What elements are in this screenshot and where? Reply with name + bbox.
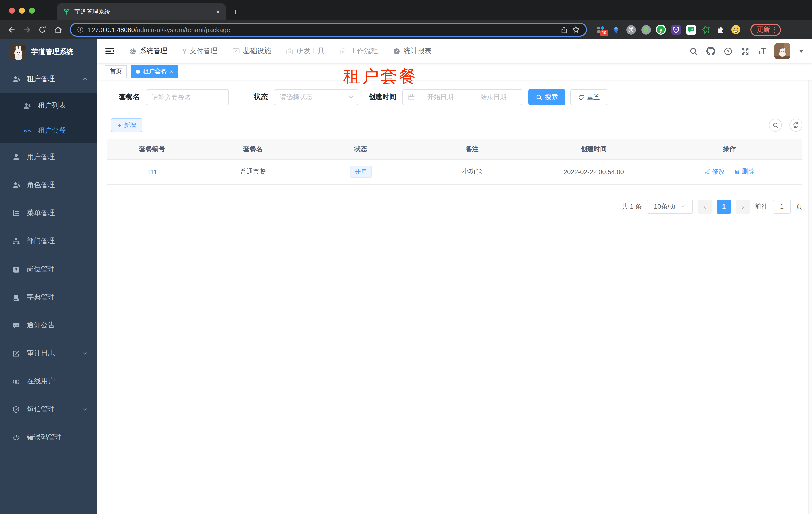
minimize-window-button[interactable] bbox=[19, 7, 25, 13]
status-badge[interactable]: 开启 bbox=[350, 166, 372, 178]
zoom-window-button[interactable] bbox=[29, 7, 35, 13]
start-date-placeholder[interactable]: 开始日期 bbox=[417, 92, 464, 102]
main-panel: 系统管理 ¥ 支付管理 基础设施 bbox=[97, 39, 812, 514]
sidebar-item-label: 租户管理 bbox=[27, 75, 55, 84]
sidebar-item-post-management[interactable]: 岗位管理 bbox=[0, 255, 97, 283]
sidebar-item-error-code-management[interactable]: 错误码管理 bbox=[0, 424, 97, 452]
app-title: 芋道管理系统 bbox=[31, 48, 74, 57]
top-nav-payment-management[interactable]: ¥ 支付管理 bbox=[182, 47, 218, 56]
sidebar-item-notice-announcement[interactable]: 通知公告 bbox=[0, 311, 97, 339]
goto-page-input[interactable] bbox=[773, 199, 791, 213]
extension-emoji-icon[interactable] bbox=[731, 25, 741, 34]
sidebar-logo[interactable]: 芋道管理系统 bbox=[0, 39, 97, 65]
share-icon[interactable] bbox=[560, 26, 568, 33]
extension-command-icon[interactable]: ⌘ bbox=[626, 25, 636, 34]
toolbox-icon bbox=[340, 47, 347, 55]
delete-link[interactable]: 删除 bbox=[734, 167, 755, 176]
sidebar-item-tenant-management[interactable]: 租户管理 bbox=[0, 65, 97, 93]
sidebar-collapse-icon[interactable] bbox=[105, 47, 115, 56]
sidebar-item-label: 用户管理 bbox=[27, 153, 55, 162]
back-button[interactable] bbox=[5, 23, 18, 36]
sidebar-item-dept-management[interactable]: 部门管理 bbox=[0, 227, 97, 255]
tag-home[interactable]: 首页 bbox=[105, 65, 127, 78]
sidebar-item-dict-management[interactable]: 字典管理 bbox=[0, 283, 97, 311]
browser-tab[interactable]: 芋道管理系统 × bbox=[57, 3, 226, 20]
sidebar-item-label: 部门管理 bbox=[27, 237, 55, 246]
extension-shield-icon[interactable] bbox=[671, 25, 681, 34]
active-dot bbox=[136, 69, 140, 73]
sidebar-item-audit-log[interactable]: 审计日志 bbox=[0, 339, 97, 367]
sidebar-item-user-management[interactable]: 用户管理 bbox=[0, 143, 97, 171]
add-button[interactable]: + 新增 bbox=[111, 118, 143, 132]
sidebar-item-tenant-package[interactable]: 租户套餐 bbox=[0, 118, 97, 143]
current-page[interactable]: 1 bbox=[717, 199, 731, 213]
prev-page-button[interactable]: ‹ bbox=[698, 199, 712, 213]
search-button[interactable]: 搜索 bbox=[528, 89, 566, 105]
fullscreen-icon[interactable] bbox=[741, 47, 750, 55]
top-nav-dev-tools[interactable]: 研发工具 bbox=[286, 47, 325, 56]
search-icon[interactable] bbox=[690, 47, 698, 55]
avatar[interactable] bbox=[775, 43, 790, 59]
edit-icon bbox=[704, 168, 710, 175]
pagination: 共 1 条 10条/页 ‹ 1 › 前往 页 bbox=[107, 199, 803, 213]
chevron-down-icon[interactable] bbox=[799, 50, 804, 53]
top-nav-infrastructure[interactable]: 基础设施 bbox=[233, 47, 271, 56]
browser-update-button[interactable]: 更新 bbox=[751, 23, 781, 36]
broadcast-icon bbox=[12, 378, 21, 385]
site-info-icon[interactable] bbox=[77, 26, 84, 33]
github-icon[interactable] bbox=[706, 47, 716, 56]
col-status: 状态 bbox=[309, 139, 413, 159]
extensions-bar: 10 ⌘ y bbox=[596, 25, 741, 34]
sidebar-item-role-management[interactable]: 角色管理 bbox=[0, 171, 97, 199]
page-size-select[interactable]: 10条/页 bbox=[647, 199, 693, 213]
sidebar-item-label: 菜单管理 bbox=[27, 209, 55, 218]
sidebar-item-label: 租户列表 bbox=[38, 101, 66, 110]
end-date-placeholder[interactable]: 结束日期 bbox=[470, 92, 517, 102]
refresh-table-button[interactable] bbox=[789, 118, 803, 132]
extension-puzzle-icon[interactable] bbox=[716, 25, 726, 34]
help-icon[interactable]: ? bbox=[724, 47, 732, 55]
extension-chat-icon[interactable] bbox=[686, 25, 696, 34]
top-nav-statistics-report[interactable]: 统计报表 bbox=[393, 47, 432, 56]
top-nav-workflow[interactable]: 工作流程 bbox=[340, 47, 378, 56]
col-package-id: 套餐编号 bbox=[107, 139, 198, 159]
forward-button[interactable] bbox=[21, 23, 33, 36]
next-page-button[interactable]: › bbox=[736, 199, 750, 213]
sidebar-item-label: 租户套餐 bbox=[38, 126, 66, 135]
close-window-button[interactable] bbox=[9, 7, 15, 13]
monitor-check-icon bbox=[233, 47, 240, 55]
tag-close-icon[interactable]: × bbox=[170, 68, 173, 74]
extension-star-icon[interactable] bbox=[701, 25, 711, 34]
edit-link[interactable]: 修改 bbox=[704, 167, 725, 176]
page-scrollbar[interactable] bbox=[809, 39, 812, 514]
browser-menu-icon[interactable] bbox=[774, 27, 775, 33]
tab-close-icon[interactable]: × bbox=[216, 8, 220, 15]
home-button[interactable] bbox=[52, 23, 64, 36]
sidebar-item-menu-management[interactable]: 菜单管理 bbox=[0, 199, 97, 227]
extension-gem-icon[interactable] bbox=[611, 25, 621, 34]
font-size-icon[interactable]: TT bbox=[758, 47, 766, 55]
sidebar-item-sms-management[interactable]: 短信管理 bbox=[0, 396, 97, 424]
reload-button[interactable] bbox=[36, 23, 49, 36]
search-form: 套餐名 状态 请选择状态 创建时间 bbox=[119, 89, 803, 105]
tag-tenant-package[interactable]: 租户套餐 × bbox=[131, 65, 178, 78]
sidebar-item-label: 岗位管理 bbox=[27, 265, 55, 274]
url-bar[interactable]: 127.0.0.1:48080/admin-ui/system/tenant/p… bbox=[70, 23, 587, 36]
new-tab-button[interactable]: + bbox=[233, 7, 238, 17]
bookmark-star-icon[interactable] bbox=[572, 26, 580, 33]
extension-tabs-icon[interactable]: 10 bbox=[596, 25, 606, 34]
package-name-input[interactable] bbox=[146, 89, 229, 105]
extension-y-icon[interactable]: y bbox=[656, 25, 666, 34]
reset-button[interactable]: 重置 bbox=[571, 89, 608, 105]
chevron-up-icon bbox=[82, 76, 88, 82]
sidebar-item-online-users[interactable]: 在线用户 bbox=[0, 367, 97, 396]
shield-check-icon bbox=[12, 406, 21, 413]
status-select[interactable]: 请选择状态 bbox=[274, 89, 358, 105]
sidebar-item-tenant-list[interactable]: 租户列表 bbox=[0, 93, 97, 118]
extension-recorder-icon[interactable] bbox=[641, 25, 651, 34]
browser-tab-strip: 芋道管理系统 × + bbox=[0, 0, 812, 20]
show-search-button[interactable] bbox=[769, 118, 782, 132]
create-time-range-picker[interactable]: 开始日期 - 结束日期 bbox=[403, 89, 522, 105]
top-nav-system-management[interactable]: 系统管理 bbox=[129, 47, 168, 56]
cell-package-name: 普通套餐 bbox=[198, 159, 309, 184]
